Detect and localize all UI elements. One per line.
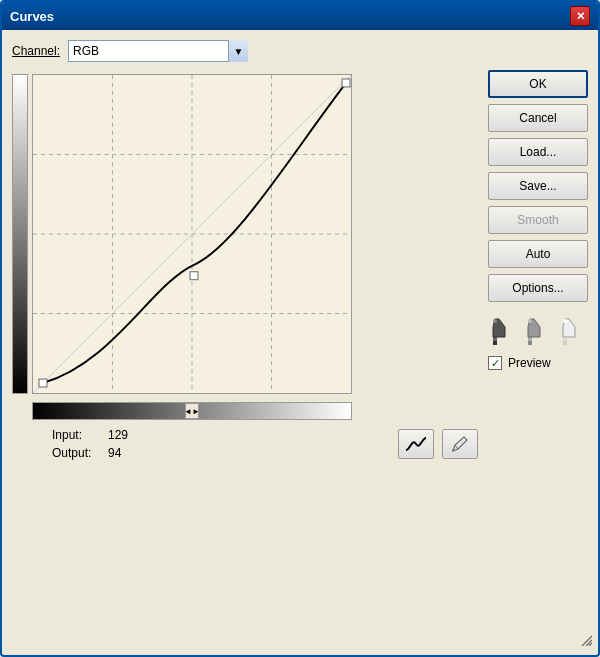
preview-row: ✓ Preview (488, 356, 588, 370)
right-panel: OK Cancel Load... Save... Smooth Auto Op… (488, 40, 588, 645)
curves-dialog: Curves ✕ Channel: RGB Red Green Blue ▼ (0, 0, 600, 657)
svg-rect-8 (39, 379, 47, 387)
slider-handle[interactable]: ◄► (185, 403, 199, 419)
window-content: Channel: RGB Red Green Blue ▼ (2, 30, 598, 655)
svg-rect-10 (342, 79, 350, 87)
eyedropper-row (488, 316, 588, 346)
ok-button[interactable]: OK (488, 70, 588, 98)
curve-tools (398, 428, 478, 460)
svg-point-16 (528, 319, 532, 323)
gradient-bar (12, 74, 28, 394)
svg-point-14 (493, 319, 497, 323)
curve-canvas[interactable] (32, 74, 352, 394)
svg-rect-9 (190, 272, 198, 280)
close-button[interactable]: ✕ (570, 6, 590, 26)
curve-icon (404, 435, 428, 453)
input-value: 129 (108, 428, 128, 442)
output-label: Output: (52, 446, 100, 460)
channel-row: Channel: RGB Red Green Blue ▼ (12, 40, 478, 62)
channel-select[interactable]: RGB Red Green Blue (68, 40, 248, 62)
save-button[interactable]: Save... (488, 172, 588, 200)
svg-rect-13 (493, 337, 497, 341)
slider-arrows-icon: ◄► (184, 407, 200, 416)
svg-rect-15 (528, 337, 532, 341)
channel-select-wrapper[interactable]: RGB Red Green Blue ▼ (68, 40, 248, 62)
channel-label: Channel: (12, 44, 60, 58)
input-label: Input: (52, 428, 100, 442)
pencil-icon (450, 434, 470, 454)
cancel-button[interactable]: Cancel (488, 104, 588, 132)
auto-button[interactable]: Auto (488, 240, 588, 268)
curves-area (12, 74, 478, 394)
svg-point-18 (563, 319, 567, 323)
input-row: Input: 129 (52, 428, 128, 442)
gray-point-eyedropper[interactable] (523, 316, 552, 346)
resize-icon (578, 632, 592, 646)
output-value: 94 (108, 446, 121, 460)
smooth-button[interactable]: Smooth (488, 206, 588, 234)
curve-svg (33, 75, 351, 393)
output-row: Output: 94 (52, 446, 128, 460)
svg-line-12 (464, 437, 467, 440)
curve-tool-button[interactable] (398, 429, 434, 459)
slider-row: ◄► (32, 402, 478, 420)
preview-label: Preview (508, 356, 551, 370)
left-panel: Channel: RGB Red Green Blue ▼ (12, 40, 478, 645)
slider-track[interactable]: ◄► (32, 402, 352, 420)
black-eyedropper-icon (491, 317, 515, 345)
white-eyedropper-icon (561, 317, 585, 345)
preview-checkbox[interactable]: ✓ (488, 356, 502, 370)
input-output-area: Input: 129 Output: 94 (52, 428, 128, 460)
svg-rect-17 (563, 337, 567, 341)
gray-eyedropper-icon (526, 317, 550, 345)
svg-line-11 (455, 445, 458, 449)
title-text: Curves (10, 9, 54, 24)
black-point-eyedropper[interactable] (488, 316, 517, 346)
io-tools-row: Input: 129 Output: 94 (32, 428, 478, 460)
white-point-eyedropper[interactable] (559, 316, 588, 346)
pencil-tool-button[interactable] (442, 429, 478, 459)
load-button[interactable]: Load... (488, 138, 588, 166)
resize-handle[interactable] (578, 632, 592, 649)
title-bar: Curves ✕ (2, 2, 598, 30)
options-button[interactable]: Options... (488, 274, 588, 302)
